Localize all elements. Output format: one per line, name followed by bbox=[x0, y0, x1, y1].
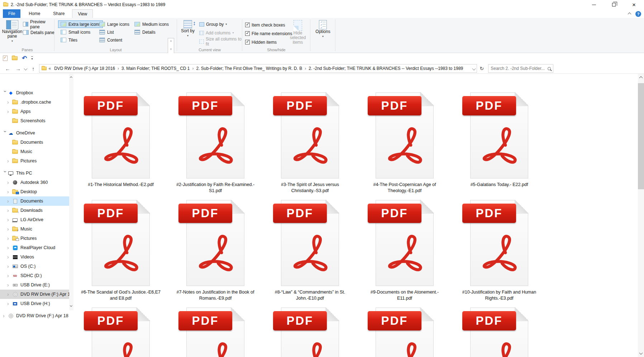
sidebar-item-onedrive-pictures[interactable]: ›Pictures bbox=[0, 156, 69, 166]
sidebar-item-this-pc[interactable]: ›This PC bbox=[0, 168, 69, 178]
sidebar-item-screenshots[interactable]: ›Screenshots bbox=[0, 116, 69, 125]
file-tile[interactable]: PDF #1-The Historical Method.-E2.pdf bbox=[73, 92, 168, 200]
tab-home[interactable]: Home bbox=[23, 9, 46, 18]
sidebar-item-dvd-rw-f[interactable]: ›DVD RW Drive (F:) Apr 18 bbox=[0, 290, 69, 299]
file-tile[interactable]: PDF bbox=[452, 308, 547, 357]
chevron-collapsed-icon[interactable]: › bbox=[7, 181, 12, 184]
sidebar-item-onedrive[interactable]: ›OneDrive bbox=[0, 128, 69, 138]
layout-list[interactable]: List bbox=[97, 28, 116, 36]
sidebar-item-downloads[interactable]: ›Downloads bbox=[0, 206, 69, 215]
scroll-down-icon[interactable] bbox=[70, 304, 72, 307]
file-tile[interactable]: PDF bbox=[168, 308, 263, 357]
tab-share[interactable]: Share bbox=[48, 9, 70, 18]
sidebar-item-autodesk-360[interactable]: ›Autodesk 360 bbox=[0, 178, 69, 187]
breadcrumb[interactable]: « DVD RW Drive (F:) Apr 18 2016 › 3. Mai… bbox=[39, 64, 477, 73]
chevron-expanded-icon[interactable]: › bbox=[4, 131, 7, 135]
navigation-pane-button[interactable]: Navigation pane ▾ bbox=[2, 19, 22, 43]
file-tile[interactable]: PDF #8-“Law” & “Commandments” in St. Joh… bbox=[263, 200, 357, 308]
sidebar-item-documents[interactable]: ›Documents bbox=[0, 196, 69, 206]
sidebar-item-sdhc-d[interactable]: ›SDHC (D:) bbox=[0, 271, 69, 280]
chevron-expanded-icon[interactable]: › bbox=[4, 91, 7, 95]
chevron-collapsed-icon[interactable]: › bbox=[7, 292, 12, 296]
file-tile[interactable]: PDF bbox=[357, 308, 452, 357]
refresh-icon[interactable]: ↻ bbox=[480, 66, 484, 71]
sidebar-item-dropbox[interactable]: ›Dropbox bbox=[0, 88, 69, 97]
file-name-extensions-checkbox[interactable]: File name extensions bbox=[245, 30, 292, 37]
sidebar-item-usb-h[interactable]: ›USB Drive (H:) bbox=[0, 299, 69, 308]
sidebar-item-onedrive-music[interactable]: ›Music bbox=[0, 147, 69, 156]
file-tile[interactable]: PDF bbox=[263, 308, 357, 357]
sidebar-item-dvd-rw-f-2[interactable]: ›DVD RW Drive (F:) Apr 18 2 bbox=[0, 311, 69, 320]
sidebar-scrollbar[interactable] bbox=[69, 74, 73, 310]
file-tile[interactable]: PDF #4-The Post-Copernican Age of Theolo… bbox=[357, 92, 452, 200]
file-tile[interactable]: PDF bbox=[73, 308, 168, 357]
help-icon[interactable]: ? bbox=[635, 11, 641, 17]
scroll-up-icon[interactable] bbox=[639, 76, 643, 80]
tab-file[interactable]: File bbox=[3, 9, 20, 18]
chevron-collapsed-icon[interactable]: › bbox=[7, 274, 12, 277]
chevron-collapsed-icon[interactable]: › bbox=[7, 159, 12, 163]
sidebar-item-pictures[interactable]: ›Pictures bbox=[0, 234, 69, 243]
close-button[interactable]: × bbox=[624, 0, 644, 9]
history-dropdown-icon[interactable] bbox=[24, 67, 28, 70]
scroll-up-icon[interactable]: ▲ bbox=[170, 39, 172, 42]
chevron-collapsed-icon[interactable]: › bbox=[7, 227, 12, 231]
chevron-expanded-icon[interactable]: › bbox=[4, 171, 7, 176]
sidebar-item-music[interactable]: ›Music bbox=[0, 224, 69, 234]
hidden-items-checkbox[interactable]: Hidden items bbox=[245, 38, 277, 46]
sidebar-item-realplayer-cloud[interactable]: ›RealPlayer Cloud bbox=[0, 243, 69, 252]
restore-button[interactable] bbox=[604, 0, 624, 9]
scroll-down-icon[interactable] bbox=[639, 351, 643, 355]
breadcrumb-segment[interactable]: 2. -2nd Sub-Folder; THE TRUNK & BRANCHES… bbox=[307, 66, 465, 71]
chevron-collapsed-icon[interactable]: › bbox=[7, 110, 12, 113]
address-dropdown-icon[interactable] bbox=[472, 67, 476, 70]
sidebar-item-os-c[interactable]: ›OS (C:) bbox=[0, 262, 69, 271]
chevron-collapsed-icon[interactable]: › bbox=[7, 100, 12, 104]
item-check-boxes-checkbox[interactable]: Item check boxes bbox=[245, 21, 285, 29]
sort-by-button[interactable]: Sort by ▾ bbox=[180, 19, 196, 38]
back-icon[interactable]: ← bbox=[5, 66, 10, 72]
chevron-collapsed-icon[interactable]: › bbox=[7, 190, 12, 194]
search-icon[interactable] bbox=[548, 67, 551, 70]
chevron-collapsed-icon[interactable]: › bbox=[7, 209, 12, 212]
file-tile[interactable]: PDF #3-The Spirit of Jesus versus Christ… bbox=[263, 92, 357, 200]
group-by-button[interactable]: Group by ▾ bbox=[199, 20, 227, 28]
chevron-collapsed-icon[interactable]: › bbox=[7, 265, 12, 268]
vertical-scrollbar[interactable] bbox=[638, 74, 644, 357]
chevron-collapsed-icon[interactable]: › bbox=[7, 199, 12, 203]
layout-tiles[interactable]: Tiles bbox=[58, 36, 80, 44]
file-tile[interactable]: PDF #9-Documents on the Atonement.-E11.p… bbox=[357, 200, 452, 308]
sidebar-item-onedrive-documents[interactable]: ›Documents bbox=[0, 138, 69, 147]
sidebar-item-apps[interactable]: ›Apps bbox=[0, 107, 69, 116]
sidebar-item-videos[interactable]: ›Videos bbox=[0, 252, 69, 262]
sidebar-item-desktop[interactable]: ›Desktop bbox=[0, 187, 69, 196]
layout-medium-icons[interactable]: Medium icons bbox=[132, 20, 171, 28]
breadcrumb-segment[interactable]: 3. Main Folder; THE ROOTS_ CD 1 bbox=[120, 66, 192, 71]
breadcrumb-segment[interactable]: 2. Sub-Folder; The First Olive Tree_ Wri… bbox=[195, 66, 304, 71]
layout-small-icons[interactable]: Small icons bbox=[58, 28, 93, 36]
scroll-up-icon[interactable] bbox=[70, 76, 72, 79]
chevron-collapsed-icon[interactable]: › bbox=[7, 255, 12, 259]
search-box[interactable] bbox=[488, 64, 553, 73]
options-button[interactable]: Options ▾ bbox=[314, 19, 332, 39]
forward-icon[interactable]: → bbox=[15, 66, 21, 72]
properties-icon[interactable] bbox=[3, 56, 8, 61]
chevron-collapsed-icon[interactable]: › bbox=[3, 314, 8, 318]
layout-content[interactable]: Content bbox=[97, 36, 125, 44]
file-tile[interactable]: PDF #7-Notes on Justification in the Boo… bbox=[168, 200, 263, 308]
undo-icon[interactable]: ↶ bbox=[22, 56, 27, 61]
scrollbar-thumb[interactable] bbox=[638, 83, 644, 189]
file-tile[interactable]: PDF #10-Justification by Faith and Human… bbox=[452, 200, 547, 308]
sidebar-item-dropbox-cache[interactable]: ›.dropbox.cache bbox=[0, 97, 69, 107]
preview-pane-button[interactable]: Preview pane bbox=[23, 20, 54, 28]
layout-details[interactable]: Details bbox=[132, 28, 158, 36]
file-tile[interactable]: PDF #6-The Scandal of God’s Justice.-E6,… bbox=[73, 200, 168, 308]
customize-toolbar-icon[interactable]: ▾ bbox=[31, 56, 33, 61]
file-tile[interactable]: PDF #5-Galatians Today.- E22.pdf bbox=[452, 92, 547, 200]
sidebar-item-usb-e[interactable]: ›USB Drive (E:) bbox=[0, 280, 69, 290]
sidebar-item-lg-airdrive[interactable]: ›LG AirDrive bbox=[0, 215, 69, 224]
chevron-collapsed-icon[interactable]: › bbox=[7, 218, 12, 222]
layout-large-icons[interactable]: Large icons bbox=[97, 20, 132, 28]
chevron-collapsed-icon[interactable]: › bbox=[7, 302, 12, 305]
tab-view[interactable]: View bbox=[72, 9, 93, 18]
